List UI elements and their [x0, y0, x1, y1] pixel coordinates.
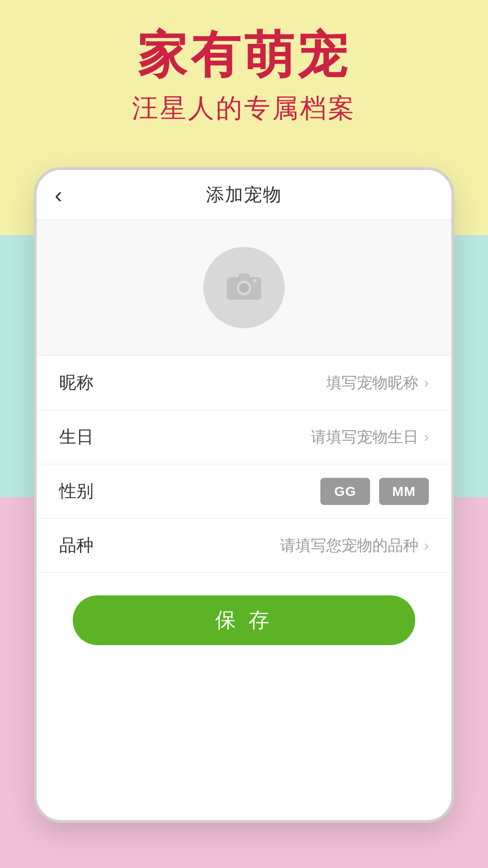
nickname-row[interactable]: 昵称 填写宠物昵称 ›	[37, 356, 451, 410]
breed-chevron-icon: ›	[424, 537, 429, 554]
gender-row: 性别 GG MM	[37, 464, 451, 519]
birthday-value[interactable]: 请填写宠物生日 ›	[311, 427, 429, 448]
save-button[interactable]: 保 存	[73, 595, 415, 645]
save-section: 保 存	[37, 573, 451, 668]
photo-upload-section	[37, 220, 451, 356]
nickname-value[interactable]: 填写宠物昵称 ›	[326, 373, 429, 393]
gender-gg-button[interactable]: GG	[320, 478, 370, 505]
svg-point-4	[253, 279, 257, 283]
gender-label: 性别	[59, 480, 94, 503]
breed-label: 品种	[59, 534, 94, 557]
phone-frame: ‹ 添加宠物 昵称 填写宠物昵称 ›	[34, 167, 454, 823]
birthday-placeholder: 请填写宠物生日	[311, 427, 418, 448]
nav-title: 添加宠物	[206, 182, 282, 207]
camera-icon	[226, 269, 262, 307]
back-button[interactable]: ‹	[55, 182, 62, 208]
photo-upload-button[interactable]	[203, 247, 285, 328]
birthday-chevron-icon: ›	[424, 429, 429, 445]
gender-buttons: GG MM	[320, 478, 429, 505]
form-section: 昵称 填写宠物昵称 › 生日 请填写宠物生日 › 性别 GG MM 品种	[37, 356, 451, 573]
hero-subtitle: 汪星人的专属档案	[0, 91, 488, 126]
nav-bar: ‹ 添加宠物	[37, 170, 451, 220]
hero-title: 家有萌宠	[0, 27, 488, 82]
birthday-row[interactable]: 生日 请填写宠物生日 ›	[37, 410, 451, 464]
svg-rect-3	[239, 274, 249, 279]
birthday-label: 生日	[59, 425, 94, 448]
svg-point-2	[239, 283, 249, 293]
breed-value[interactable]: 请填写您宠物的品种 ›	[280, 535, 429, 556]
nickname-label: 昵称	[59, 371, 94, 394]
nickname-chevron-icon: ›	[424, 374, 429, 391]
hero-section: 家有萌宠 汪星人的专属档案	[0, 27, 488, 126]
gender-mm-button[interactable]: MM	[379, 478, 429, 505]
breed-row[interactable]: 品种 请填写您宠物的品种 ›	[37, 519, 451, 573]
nickname-placeholder: 填写宠物昵称	[326, 373, 418, 393]
breed-placeholder: 请填写您宠物的品种	[280, 535, 418, 556]
